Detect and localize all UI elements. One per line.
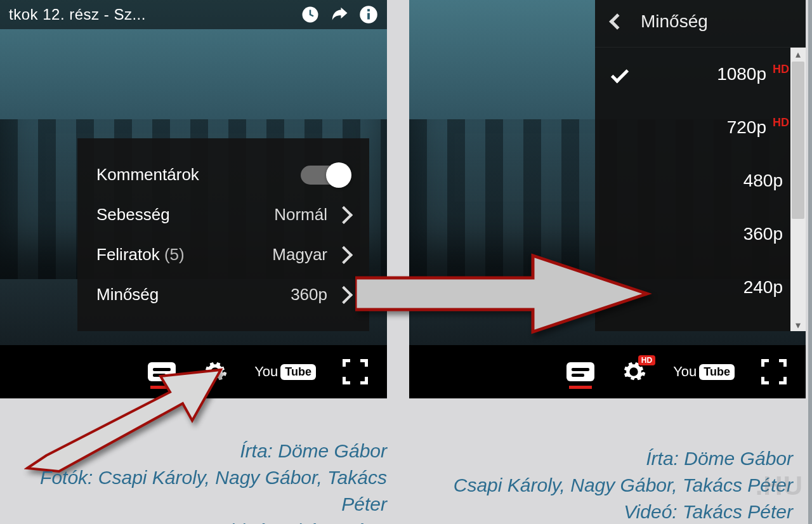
subtitles-value: Magyar — [272, 245, 327, 265]
settings-speed[interactable]: Sebesség Normál — [77, 195, 369, 235]
back-icon[interactable] — [609, 13, 625, 29]
annotations-label: Kommentárok — [96, 165, 294, 185]
scroll-thumb[interactable] — [792, 62, 804, 219]
credits-right: Írta: Döme Gábor Csapi Károly, Nagy Gábo… — [400, 445, 793, 524]
scroll-down-icon[interactable]: ▾ — [790, 318, 806, 331]
gear-icon — [202, 359, 228, 384]
credit-video: Videó: Takács Péter — [0, 518, 387, 524]
subtitles-count: (5) — [164, 245, 185, 264]
settings-subtitles[interactable]: Feliratok (5) Magyar — [77, 235, 369, 275]
quality-option-240p[interactable]: 240p — [595, 261, 806, 314]
credits-left: Írta: Döme Gábor Fotók: Csapi Károly, Na… — [0, 438, 387, 524]
youtube-logo[interactable]: You Tube — [254, 364, 316, 380]
annotations-toggle[interactable] — [301, 166, 350, 185]
quality-popup-title: Minőség — [641, 11, 708, 32]
scrollbar[interactable]: ▴ ▾ — [790, 48, 806, 331]
subtitles-icon — [148, 362, 176, 381]
watermark: .HU — [756, 471, 803, 501]
settings-button[interactable] — [202, 359, 228, 384]
quality-label: Minőség — [96, 285, 284, 305]
quality-option-1080p[interactable]: 1080p HD — [595, 48, 806, 101]
youtube-logo[interactable]: You Tube — [673, 364, 735, 380]
player-controls: You Tube — [0, 345, 387, 398]
credit-photos: Fotók: Csapi Károly, Nagy Gábor, Takács … — [0, 464, 387, 518]
subtitles-label: Feliratok — [96, 245, 160, 264]
settings-button[interactable]: HD — [621, 359, 646, 384]
quality-value: 360p — [291, 285, 327, 305]
scroll-up-icon[interactable]: ▴ — [790, 48, 806, 60]
info-icon[interactable] — [359, 5, 378, 24]
watch-later-icon[interactable] — [301, 5, 320, 24]
check-icon — [609, 63, 631, 85]
subtitles-button[interactable] — [148, 362, 176, 381]
quality-popup-header[interactable]: Minőség — [595, 0, 806, 48]
svg-rect-2 — [367, 13, 370, 20]
subtitles-icon — [566, 362, 594, 381]
fullscreen-button[interactable] — [343, 359, 368, 384]
credit-photos: Csapi Károly, Nagy Gábor, Takács Péter — [400, 472, 793, 499]
settings-annotations[interactable]: Kommentárok — [77, 155, 369, 195]
quality-option-480p[interactable]: 480p — [595, 154, 806, 207]
quality-option-720p[interactable]: 720p HD — [595, 101, 806, 154]
video-player-right: Minőség 1080p HD 720p HD 480p — [409, 0, 806, 398]
player-controls: HD You Tube — [409, 345, 806, 398]
quality-option-360p[interactable]: 360p — [595, 207, 806, 261]
svg-rect-3 — [367, 9, 370, 11]
chevron-right-icon — [335, 246, 353, 263]
video-player-left: tkok 12. rész - Sz... Kommentárok Sebess… — [0, 0, 387, 398]
chevron-right-icon — [335, 206, 353, 223]
hd-badge: HD — [638, 355, 655, 365]
settings-popup: Kommentárok Sebesség Normál Feliratok (5… — [77, 138, 369, 331]
video-title: tkok 12. rész - Sz... — [9, 6, 291, 23]
settings-quality[interactable]: Minőség 360p — [77, 275, 369, 315]
credit-author: Írta: Döme Gábor — [400, 445, 793, 472]
speed-value: Normál — [274, 205, 327, 225]
speed-label: Sebesség — [96, 205, 268, 225]
quality-options: 1080p HD 720p HD 480p 360p — [595, 48, 806, 331]
page-scrollbar[interactable] — [808, 0, 812, 524]
player-header: tkok 12. rész - Sz... — [0, 0, 387, 29]
credit-author: Írta: Döme Gábor — [0, 438, 387, 464]
fullscreen-button[interactable] — [761, 359, 787, 384]
credit-video: Videó: Takács Péter — [400, 499, 793, 524]
quality-popup: Minőség 1080p HD 720p HD 480p — [595, 0, 806, 331]
share-icon[interactable] — [330, 5, 349, 24]
subtitles-button[interactable] — [566, 362, 594, 381]
chevron-right-icon — [335, 285, 353, 303]
